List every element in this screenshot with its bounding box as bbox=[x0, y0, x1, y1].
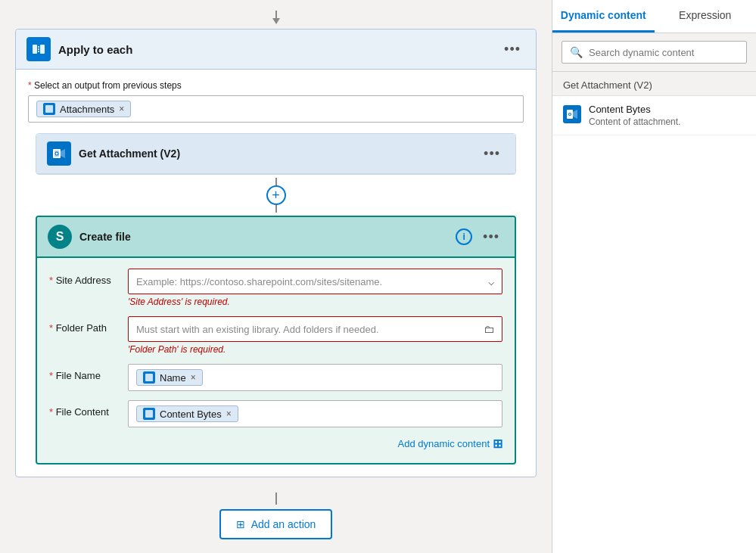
create-file-title: Create file bbox=[79, 231, 131, 243]
folder-path-placeholder: Must start with an existing library. Add… bbox=[136, 324, 379, 335]
content-bytes-panel-desc: Content of attachment. bbox=[589, 117, 680, 127]
svg-marker-1 bbox=[272, 18, 280, 24]
folder-browse-icon[interactable]: 🗀 bbox=[484, 323, 494, 335]
site-address-label: Site Address bbox=[49, 269, 117, 286]
apply-block-body: Select an output from previous steps Att… bbox=[16, 70, 536, 477]
folder-path-row: Folder Path Must start with an existing … bbox=[49, 316, 502, 355]
add-dynamic-icon: ⊞ bbox=[493, 436, 502, 451]
create-file-body: Site Address Example: https://contoso.sh… bbox=[37, 258, 515, 463]
create-file-header: S Create file i ••• bbox=[37, 217, 515, 258]
file-content-label: File Content bbox=[49, 400, 117, 418]
folder-path-field: Must start with an existing library. Add… bbox=[128, 316, 502, 355]
get-attachment-header-left: Get Attachment (V2) bbox=[47, 141, 180, 166]
create-file-block: S Create file i ••• Site Address bbox=[36, 216, 516, 464]
apply-block-icon bbox=[26, 37, 51, 61]
add-action-label: Add an action bbox=[251, 518, 316, 530]
content-bytes-token: Content Bytes × bbox=[136, 405, 238, 422]
site-address-error: 'Site Address' is required. bbox=[128, 297, 502, 307]
search-icon: 🔍 bbox=[570, 46, 583, 58]
get-attachment-title: Get Attachment (V2) bbox=[79, 148, 180, 160]
content-bytes-panel-text: Content Bytes Content of attachment. bbox=[589, 104, 680, 127]
site-address-input[interactable]: Example: https://contoso.sharepoint.com/… bbox=[128, 269, 502, 294]
select-output-label: Select an output from previous steps bbox=[28, 80, 524, 91]
file-content-input[interactable]: Content Bytes × bbox=[128, 400, 502, 427]
select-output-input[interactable]: Attachments × bbox=[28, 95, 524, 123]
folder-path-error: 'Folder Path' is required. bbox=[128, 344, 502, 355]
create-file-menu[interactable]: ••• bbox=[478, 226, 504, 248]
panel-section-header: Get Attachment (V2) bbox=[552, 72, 756, 96]
apply-block-title: Apply to each bbox=[58, 43, 132, 56]
svg-point-15 bbox=[569, 113, 571, 115]
plus-connector: + bbox=[28, 178, 524, 213]
name-token-label: Name bbox=[160, 372, 186, 384]
file-name-row: File Name Name × bbox=[49, 364, 502, 391]
panel-search-area: 🔍 bbox=[552, 33, 756, 72]
tab-dynamic-content[interactable]: Dynamic content bbox=[552, 0, 655, 33]
file-content-row: File Content Content Bytes × bbox=[49, 400, 502, 427]
name-token-remove[interactable]: × bbox=[191, 372, 196, 383]
content-bytes-remove[interactable]: × bbox=[226, 409, 232, 419]
apply-block-header-left: Apply to each bbox=[26, 37, 132, 61]
token-label: Attachments bbox=[60, 104, 114, 115]
apply-block-header: Apply to each ••• bbox=[16, 30, 536, 70]
folder-path-label: Folder Path bbox=[49, 316, 117, 334]
add-action-button[interactable]: ⊞ Add an action bbox=[219, 509, 333, 539]
file-name-field: Name × bbox=[128, 364, 502, 391]
svg-rect-10 bbox=[145, 374, 153, 381]
search-box: 🔍 bbox=[562, 41, 747, 64]
file-content-field: Content Bytes × bbox=[128, 400, 502, 427]
svg-rect-11 bbox=[145, 410, 153, 418]
add-dynamic-content-link[interactable]: Add dynamic content ⊞ bbox=[49, 436, 502, 451]
site-address-row: Site Address Example: https://contoso.sh… bbox=[49, 269, 502, 307]
name-token-icon bbox=[143, 371, 155, 384]
content-bytes-panel-name: Content Bytes bbox=[589, 104, 680, 115]
file-name-input[interactable]: Name × bbox=[128, 364, 502, 391]
content-bytes-icon bbox=[143, 408, 155, 420]
search-input[interactable] bbox=[589, 47, 739, 58]
svg-rect-3 bbox=[40, 45, 45, 54]
add-action-section: ⊞ Add an action bbox=[15, 492, 537, 539]
content-bytes-label: Content Bytes bbox=[160, 409, 222, 420]
content-bytes-panel-item[interactable]: Content Bytes Content of attachment. bbox=[552, 96, 756, 135]
panel-tabs: Dynamic content Expression bbox=[552, 0, 756, 33]
tab-expression[interactable]: Expression bbox=[655, 0, 757, 33]
create-file-header-left: S Create file bbox=[48, 225, 131, 249]
site-address-field: Example: https://contoso.sharepoint.com/… bbox=[128, 269, 502, 307]
create-file-info-icon[interactable]: i bbox=[456, 228, 472, 245]
site-address-placeholder: Example: https://contoso.sharepoint.com/… bbox=[136, 276, 382, 287]
file-name-label: File Name bbox=[49, 364, 117, 381]
apply-block-menu[interactable]: ••• bbox=[499, 39, 525, 61]
svg-point-9 bbox=[56, 153, 58, 155]
get-attachment-block: Get Attachment (V2) ••• bbox=[36, 133, 516, 175]
name-token: Name × bbox=[136, 369, 203, 386]
folder-path-input[interactable]: Must start with an existing library. Add… bbox=[128, 316, 502, 342]
plus-add-btn[interactable]: + bbox=[266, 185, 286, 205]
content-bytes-panel-icon bbox=[563, 105, 581, 123]
site-address-dropdown[interactable]: ⌵ bbox=[488, 275, 494, 287]
token-remove[interactable]: × bbox=[119, 104, 124, 114]
svg-rect-2 bbox=[33, 45, 37, 54]
right-panel: Dynamic content Expression 🔍 Get Attachm… bbox=[552, 0, 756, 553]
sharepoint-icon: S bbox=[48, 225, 72, 249]
outlook-icon bbox=[47, 141, 71, 166]
token-icon bbox=[43, 103, 55, 115]
svg-rect-4 bbox=[45, 105, 53, 113]
top-connector bbox=[15, 11, 537, 26]
add-action-icon: ⊞ bbox=[236, 518, 245, 530]
attachments-token: Attachments × bbox=[36, 101, 131, 117]
apply-to-each-block: Apply to each ••• Select an output from … bbox=[15, 29, 537, 477]
get-attachment-header: Get Attachment (V2) ••• bbox=[36, 134, 515, 174]
create-file-header-icons: i ••• bbox=[456, 226, 504, 248]
get-attachment-menu[interactable]: ••• bbox=[479, 143, 505, 165]
